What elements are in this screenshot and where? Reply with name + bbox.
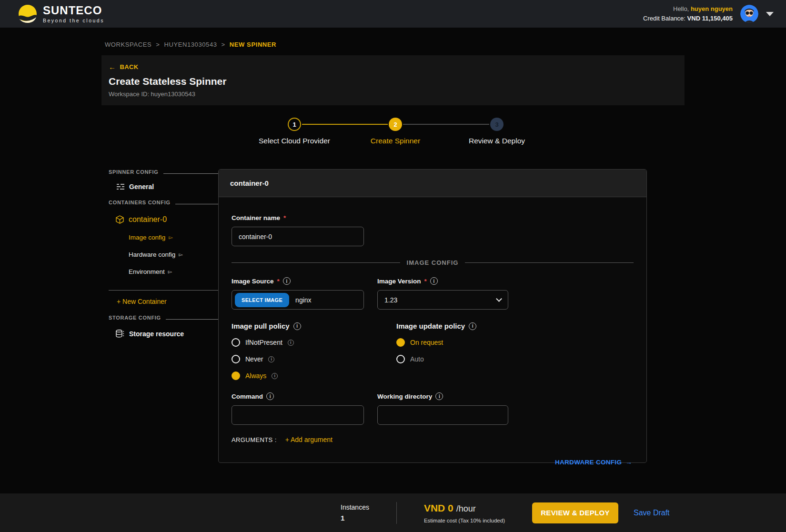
radio-icon (232, 371, 240, 380)
required-asterisk: * (277, 278, 280, 285)
command-input[interactable] (232, 405, 364, 425)
hardware-config-link[interactable]: HARDWARE CONFIG → (555, 459, 632, 466)
page-title: Create Stateless Spinner (109, 76, 677, 87)
brand: SUNTECO Beyond the clouds (18, 4, 104, 23)
info-icon[interactable]: i (469, 322, 476, 330)
main-content: WORKSPACES > HUYEN13030543 > NEW SPINNER… (101, 41, 685, 463)
sidebar-item-container-0[interactable]: container-0 (116, 215, 218, 224)
sidebar-divider (109, 290, 218, 291)
container-config-card: container-0 Container name * IMAGE CONFI… (218, 169, 647, 463)
step-label: Create Spinner (371, 137, 420, 145)
cost-unit: /hour (456, 504, 476, 513)
container-name-input[interactable] (232, 227, 364, 246)
image-update-policy-group: Image update policy i On request Auto (377, 322, 508, 380)
card-header: container-0 (219, 170, 646, 197)
step-select-cloud-provider[interactable]: 1 Select Cloud Provider (240, 118, 349, 145)
arguments-label: ARGUMENTS : (232, 436, 277, 443)
wizard-stepper: 1 Select Cloud Provider 2 Create Spinner… (101, 118, 685, 158)
sidebar-item-environment[interactable]: Environment ▻ (129, 268, 218, 275)
info-icon[interactable]: i (430, 277, 438, 285)
sidebar-item-label: General (129, 183, 154, 191)
info-icon[interactable]: i (288, 340, 294, 346)
credit-label: Credit Balance: (643, 15, 685, 22)
step-create-spinner[interactable]: 2 Create Spinner (341, 118, 450, 145)
avatar[interactable] (740, 5, 758, 23)
caret-down-icon[interactable] (766, 12, 774, 16)
credit-balance: Credit Balance: VND 11,150,405 (643, 14, 733, 23)
step-circle: 3 (490, 118, 504, 131)
info-icon[interactable]: i (268, 356, 274, 362)
instances-value: 1 (341, 514, 369, 522)
sidebar-item-image-config[interactable]: Image config ▻ (129, 234, 218, 241)
cost-amount: VND 0 /hour (424, 502, 505, 514)
breadcrumb-separator: > (222, 41, 225, 48)
image-config-section-divider: IMAGE CONFIG (232, 259, 634, 266)
image-source-label: Image Source * i (232, 277, 364, 285)
info-icon[interactable]: i (272, 373, 278, 379)
working-directory-input[interactable] (377, 405, 508, 425)
cost-block: VND 0 /hour Estimate cost (Tax 10% inclu… (424, 502, 505, 523)
greeting-prefix: Hello, (673, 5, 689, 12)
sidebar-item-label: Hardware config (129, 251, 175, 258)
image-config-section-title: IMAGE CONFIG (407, 259, 459, 266)
user-meta: Hello, huyen nguyen Credit Balance: VND … (643, 4, 733, 23)
instances-block: Instances 1 (341, 503, 369, 522)
review-deploy-button[interactable]: REVIEW & DEPLOY (532, 502, 618, 523)
info-icon[interactable]: i (293, 322, 301, 330)
save-draft-button[interactable]: Save Draft (634, 509, 670, 517)
back-label: BACK (120, 63, 138, 70)
info-icon[interactable]: i (435, 392, 443, 400)
spinner-config-section-label: SPINNER CONFIG (109, 169, 218, 175)
step-circle: 2 (389, 118, 402, 131)
info-icon[interactable]: i (283, 277, 291, 285)
chevron-right-icon: ▻ (179, 251, 182, 258)
radio-always[interactable]: Always i (232, 371, 364, 380)
instances-label: Instances (341, 503, 369, 511)
radio-never[interactable]: Never i (232, 355, 364, 363)
back-button[interactable]: ← BACK (109, 63, 139, 70)
step-review-deploy[interactable]: 3 Review & Deploy (442, 118, 552, 145)
chevron-down-icon (496, 296, 502, 302)
database-icon (116, 330, 124, 338)
breadcrumb: WORKSPACES > HUYEN13030543 > NEW SPINNER (101, 41, 685, 48)
arrow-right-icon: → (625, 459, 632, 466)
container-name-label: Container name * (232, 214, 634, 221)
radio-auto[interactable]: Auto (396, 355, 508, 363)
chevron-right-icon: ▻ (169, 234, 172, 241)
image-pull-policy-label: Image pull policy i (232, 322, 364, 330)
image-version-select[interactable]: 1.23 (377, 290, 508, 310)
workspace-id-text: Workspace ID: huyen13030543 (109, 90, 677, 98)
breadcrumb-new-spinner: NEW SPINNER (230, 41, 276, 48)
username: huyen nguyen (691, 5, 733, 12)
radio-icon (396, 338, 405, 347)
cost-footer: Instances 1 VND 0 /hour Estimate cost (T… (0, 493, 786, 532)
storage-config-section-label: STORAGE CONFIG (109, 315, 218, 321)
info-icon[interactable]: i (266, 392, 274, 400)
cube-icon (116, 215, 124, 224)
containers-config-label: CONTAINERS CONFIG (109, 200, 171, 205)
command-label: Command i (232, 392, 364, 400)
radio-icon (232, 355, 240, 363)
breadcrumb-workspace-id[interactable]: HUYEN13030543 (164, 41, 217, 48)
sidebar-item-hardware-config[interactable]: Hardware config ▻ (129, 251, 218, 258)
radio-on-request[interactable]: On request (396, 338, 508, 347)
image-update-policy-label: Image update policy i (396, 322, 508, 330)
select-image-button[interactable]: SELECT IMAGE (235, 293, 289, 307)
breadcrumb-workspaces[interactable]: WORKSPACES (105, 41, 151, 48)
sidebar-item-label: container-0 (129, 215, 167, 224)
brand-name: SUNTECO (43, 5, 104, 16)
list-icon (117, 183, 124, 190)
new-container-button[interactable]: + New Container (117, 298, 218, 305)
radio-ifnotpresent[interactable]: IfNotPresent i (232, 338, 364, 347)
sidebar-item-storage-resource[interactable]: Storage resource (116, 330, 218, 338)
topbar: SUNTECO Beyond the clouds Hello, huyen n… (0, 0, 786, 28)
sunteco-sun-logo-icon (18, 4, 37, 23)
sidebar-item-label: Image config (129, 234, 165, 241)
chevron-right-icon: ▻ (168, 269, 172, 275)
footer-divider (396, 502, 397, 524)
storage-config-label: STORAGE CONFIG (109, 315, 161, 321)
sidebar-item-general[interactable]: General (117, 183, 218, 191)
spinner-config-label: SPINNER CONFIG (109, 169, 159, 175)
greeting: Hello, huyen nguyen (643, 4, 733, 14)
add-argument-button[interactable]: + Add argument (285, 436, 333, 443)
